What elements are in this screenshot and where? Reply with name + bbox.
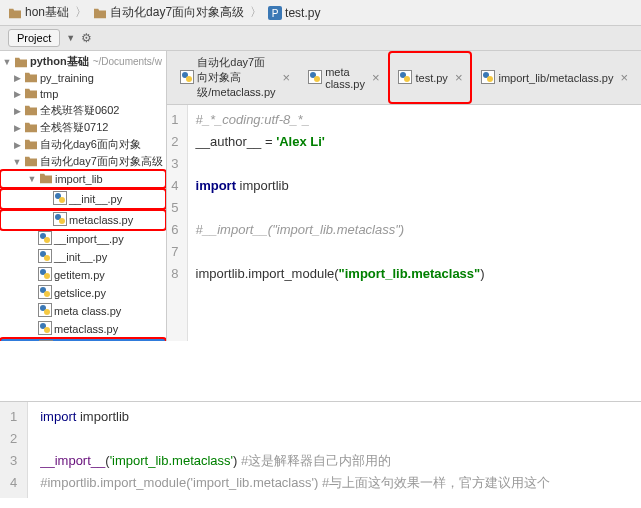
tree-item[interactable]: ▶ tmp	[0, 86, 166, 102]
svg-text:P: P	[272, 8, 279, 19]
code-line[interactable]: import importlib	[196, 175, 633, 197]
tree-label: getslice.py	[54, 287, 106, 299]
tree-label: meta class.py	[54, 305, 121, 317]
tab-label: 自动化day7面向对象高级/metaclass.py	[197, 55, 275, 100]
code-editor[interactable]: 12345678 #_*_coding:utf-8_*___author__ =…	[167, 105, 641, 341]
tree-item[interactable]: ▶ 全栈班答疑0602	[0, 102, 166, 119]
line-number: 3	[10, 450, 17, 472]
code-line[interactable]: __author__ = 'Alex Li'	[196, 131, 633, 153]
code-line[interactable]: #__import__("import_lib.metaclass")	[196, 219, 633, 241]
code-content[interactable]: #_*_coding:utf-8_*___author__ = 'Alex Li…	[188, 105, 641, 341]
code-line[interactable]: #_*_coding:utf-8_*_	[196, 109, 633, 131]
tree-label: 全栈班答疑0602	[40, 103, 119, 118]
code-line[interactable]: __import__('import_lib.metaclass') #这是解释…	[40, 450, 629, 472]
tree-root[interactable]: ▼ python基础 ~/Documents/w	[0, 53, 166, 70]
toolbar: Project ▼ ⚙	[0, 26, 641, 51]
close-icon[interactable]: ×	[620, 70, 628, 85]
tree-label: getitem.py	[54, 269, 105, 281]
editor-tab[interactable]: test.py ×	[388, 51, 472, 104]
tree-path: ~/Documents/w	[93, 56, 162, 67]
tree-label: python基础	[30, 54, 89, 69]
line-number: 8	[171, 263, 178, 285]
tab-label: import_lib/metaclass.py	[498, 72, 613, 84]
tree-item[interactable]: meta class.py	[0, 302, 166, 320]
line-number: 2	[10, 428, 17, 450]
svg-point-37	[314, 76, 320, 82]
tree-label: 自动化day7面向对象高级	[40, 154, 163, 169]
svg-point-40	[404, 76, 410, 82]
svg-point-16	[44, 273, 50, 279]
svg-point-22	[44, 309, 50, 315]
tree-item[interactable]: ▶ py_training	[0, 70, 166, 86]
tree-label: metaclass.py	[69, 214, 133, 226]
tree-item[interactable]: getitem.py	[0, 266, 166, 284]
expand-icon[interactable]: ▶	[12, 140, 22, 150]
expand-icon[interactable]: ▶	[12, 73, 22, 83]
code-line[interactable]: import importlib	[40, 406, 629, 428]
breadcrumb-item[interactable]: hon基础	[8, 4, 69, 21]
tree-item[interactable]: ▼ 自动化day7面向对象高级	[0, 153, 166, 170]
tree-item[interactable]: __import__.py	[0, 230, 166, 248]
breadcrumb-item[interactable]: P test.py	[268, 6, 320, 20]
folder-icon	[24, 121, 38, 135]
editor-tab[interactable]: meta class.py ×	[299, 51, 388, 104]
code-line[interactable]	[196, 241, 633, 263]
tree-item[interactable]: metaclass.py	[0, 320, 166, 338]
expand-icon[interactable]: ▶	[12, 123, 22, 133]
settings-icon[interactable]: ⚙	[81, 31, 92, 45]
bottom-code-content[interactable]: import importlib__import__('import_lib.m…	[28, 402, 641, 498]
close-icon[interactable]: ×	[283, 70, 291, 85]
bottom-code-editor[interactable]: 1234 import importlib__import__('import_…	[0, 402, 641, 498]
line-gutter: 12345678	[167, 105, 187, 341]
folder-icon	[14, 56, 28, 68]
tree-item[interactable]: ▶ 全栈答疑0712	[0, 119, 166, 136]
python-file-icon	[481, 70, 495, 86]
line-number: 2	[171, 131, 178, 153]
expand-icon[interactable]: ▼	[27, 174, 37, 184]
code-line[interactable]: #importlib.import_module('import_lib.met…	[40, 472, 629, 494]
code-line[interactable]	[196, 153, 633, 175]
tree-label: 全栈答疑0712	[40, 120, 108, 135]
svg-rect-26	[40, 341, 53, 342]
py-icon	[39, 340, 53, 341]
line-number: 4	[10, 472, 17, 494]
chevron-right-icon: 〉	[75, 4, 87, 21]
tree-item[interactable]: __init__.py	[0, 248, 166, 266]
folder-icon	[24, 155, 38, 169]
tree-item[interactable]: test.py	[0, 337, 167, 341]
tree-item[interactable]: ▶ 自动化day6面向对象	[0, 136, 166, 153]
breadcrumb-item[interactable]: 自动化day7面向对象高级	[93, 4, 244, 21]
line-number: 6	[171, 219, 178, 241]
project-button[interactable]: Project	[8, 29, 60, 47]
py-icon	[38, 231, 52, 247]
tree-item[interactable]: metaclass.py	[0, 209, 167, 231]
expand-icon[interactable]: ▶	[12, 89, 22, 99]
close-icon[interactable]: ×	[372, 70, 380, 85]
code-line[interactable]	[40, 428, 629, 450]
svg-point-7	[59, 218, 65, 224]
tree-item[interactable]: __init__.py	[0, 188, 167, 210]
python-file-icon	[308, 70, 322, 86]
project-tree[interactable]: ▼ python基础 ~/Documents/w ▶ py_training ▶…	[0, 51, 167, 341]
editor-tab[interactable]: 自动化day7面向对象高级/metaclass.py ×	[171, 51, 299, 104]
expand-icon[interactable]: ▶	[12, 106, 22, 116]
code-line[interactable]: importlib.import_module("import_lib.meta…	[196, 263, 633, 285]
py-icon	[38, 285, 52, 301]
expand-icon[interactable]: ▼	[12, 157, 22, 167]
py-icon	[53, 191, 67, 207]
expand-icon[interactable]: ▼	[2, 57, 12, 67]
py-icon	[53, 212, 67, 228]
tree-item[interactable]: ▼ import_lib	[0, 169, 167, 189]
dropdown-icon[interactable]: ▼	[66, 33, 75, 43]
svg-point-4	[59, 197, 65, 203]
code-line[interactable]	[196, 197, 633, 219]
tree-label: tmp	[40, 88, 58, 100]
close-icon[interactable]: ×	[455, 70, 463, 85]
line-number: 4	[171, 175, 178, 197]
editor-tab[interactable]: import_lib/metaclass.py ×	[472, 51, 637, 104]
bottom-gutter: 1234	[0, 402, 28, 498]
breadcrumb-label: 自动化day7面向对象高级	[110, 4, 244, 21]
tree-label: 自动化day6面向对象	[40, 137, 141, 152]
line-number: 3	[171, 153, 178, 175]
tree-item[interactable]: getslice.py	[0, 284, 166, 302]
